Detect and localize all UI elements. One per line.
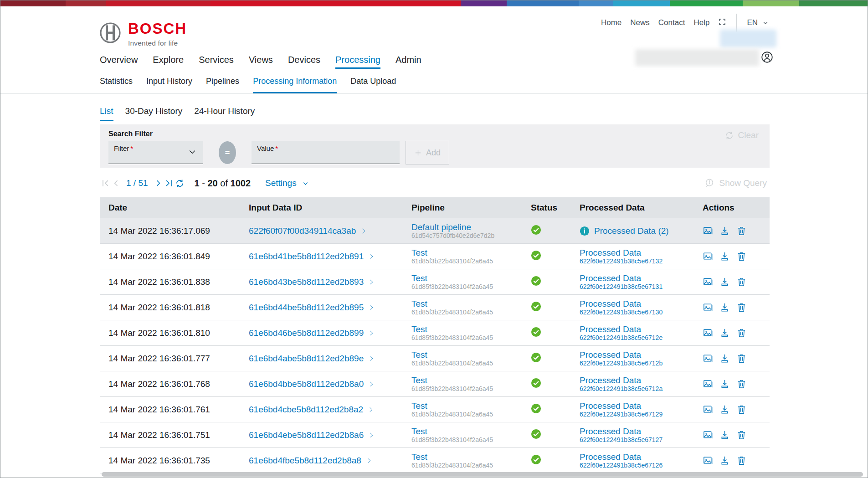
subnav-tab-pipelines[interactable]: Pipelines (206, 69, 239, 93)
input-data-id-link[interactable]: 61e6bd41be5b8d112ed2b891 (249, 252, 403, 262)
pipeline-link[interactable]: Test (411, 350, 522, 360)
link-help[interactable]: Help (693, 18, 709, 27)
last-page-icon[interactable] (164, 178, 175, 189)
processed-label[interactable]: Processed Data (580, 401, 694, 411)
pipeline-link[interactable]: Test (411, 273, 522, 283)
input-data-id-link[interactable]: 61e6bd4bbe5b8d112ed2b8a0 (249, 379, 403, 389)
reload-icon[interactable] (175, 178, 185, 189)
processed-label[interactable]: Processed Data (580, 350, 694, 360)
download-button[interactable] (719, 251, 730, 262)
download-button[interactable] (719, 455, 730, 466)
download-button[interactable] (719, 379, 730, 389)
link-news[interactable]: News (630, 18, 650, 27)
previous-page-icon[interactable] (111, 178, 122, 189)
processed-id[interactable]: 622f60e122491b38c5e6712b (580, 360, 694, 367)
view-tab-24-hour-history[interactable]: 24-Hour History (194, 106, 255, 121)
horizontal-scrollbar[interactable] (102, 472, 863, 477)
first-page-icon[interactable] (100, 178, 111, 189)
pipeline-link[interactable]: Test (411, 401, 522, 411)
processed-label[interactable]: Processed Data (580, 273, 694, 283)
view-image-button[interactable] (703, 277, 713, 287)
processed-id[interactable]: 622f60e122491b38c5e67126 (580, 462, 694, 469)
subnav-tab-input-history[interactable]: Input History (146, 69, 192, 93)
pipeline-link[interactable]: Default pipeline (411, 222, 522, 232)
link-home[interactable]: Home (601, 18, 621, 27)
input-data-id-link[interactable]: 61e6bd46be5b8d112ed2b899 (249, 328, 403, 338)
delete-button[interactable] (736, 226, 747, 236)
download-button[interactable] (719, 328, 730, 338)
input-data-id-link[interactable]: 61e6bd4ebe5b8d112ed2b8a6 (249, 430, 403, 440)
delete-button[interactable] (736, 277, 747, 287)
delete-button[interactable] (736, 328, 747, 338)
processed-label[interactable]: Processed Data (580, 248, 694, 257)
view-image-button[interactable] (703, 455, 713, 466)
settings-dropdown[interactable]: Settings (265, 178, 309, 188)
processed-label[interactable]: Processed Data (580, 299, 694, 308)
download-button[interactable] (719, 226, 730, 236)
input-data-id-link[interactable]: 61e6bd43be5b8d112ed2b893 (249, 277, 403, 287)
pipeline-link[interactable]: Test (411, 375, 522, 385)
language-selector[interactable]: EN (747, 18, 769, 27)
nav-tab-views[interactable]: Views (249, 55, 273, 65)
processed-label[interactable]: Processed Data (580, 324, 694, 334)
delete-button[interactable] (736, 251, 747, 262)
link-contact[interactable]: Contact (658, 18, 685, 27)
processed-id[interactable]: 622f60e122491b38c5e6712e (580, 334, 694, 342)
processed-id[interactable]: 622f60e122491b38c5e67132 (580, 257, 694, 265)
subnav-tab-statistics[interactable]: Statistics (100, 69, 133, 93)
nav-tab-processing[interactable]: Processing (335, 55, 380, 65)
view-image-button[interactable] (703, 404, 713, 415)
nav-tab-explore[interactable]: Explore (153, 55, 184, 65)
add-filter-button[interactable]: Add (406, 141, 449, 164)
view-tab-30-day-history[interactable]: 30-Day History (125, 106, 183, 121)
next-page-icon[interactable] (153, 178, 164, 189)
nav-tab-admin[interactable]: Admin (395, 55, 421, 65)
delete-button[interactable] (736, 353, 747, 364)
nav-tab-overview[interactable]: Overview (100, 55, 138, 65)
delete-button[interactable] (736, 455, 747, 466)
pipeline-link[interactable]: Test (411, 427, 522, 436)
download-button[interactable] (719, 353, 730, 364)
view-image-button[interactable] (703, 353, 713, 364)
filter-select[interactable]: Filter* (108, 141, 203, 164)
nav-tab-services[interactable]: Services (199, 55, 234, 65)
download-button[interactable] (719, 404, 730, 415)
value-input[interactable] (257, 152, 394, 162)
input-data-id-link[interactable]: 61e6bd4cbe5b8d112ed2b8a2 (249, 405, 403, 415)
processed-label[interactable]: Processed Data (580, 452, 694, 462)
view-image-button[interactable] (703, 328, 713, 338)
delete-button[interactable] (736, 404, 747, 415)
processed-label[interactable]: Processed Data (580, 375, 694, 385)
fullscreen-icon[interactable] (718, 18, 726, 28)
view-image-button[interactable] (703, 379, 713, 389)
user-account-icon[interactable] (761, 51, 773, 65)
download-button[interactable] (719, 430, 730, 440)
nav-tab-devices[interactable]: Devices (288, 55, 320, 65)
delete-button[interactable] (736, 379, 747, 389)
processed-label[interactable]: Processed Data (580, 427, 694, 436)
pipeline-link[interactable]: Test (411, 324, 522, 334)
pipeline-link[interactable]: Test (411, 452, 522, 462)
delete-button[interactable] (736, 430, 747, 440)
download-button[interactable] (719, 302, 730, 313)
processed-id[interactable]: 622f60e122491b38c5e67131 (580, 283, 694, 291)
view-tab-list[interactable]: List (100, 106, 113, 121)
view-image-button[interactable] (703, 251, 713, 262)
pipeline-link[interactable]: Test (411, 248, 522, 257)
input-data-id-link[interactable]: 61e6bd44be5b8d112ed2b895 (249, 303, 403, 313)
input-data-id-link[interactable]: 61e6bd4fbe5b8d112ed2b8a8 (249, 456, 403, 466)
subnav-tab-data-upload[interactable]: Data Upload (350, 69, 396, 93)
download-button[interactable] (719, 277, 730, 287)
clear-filter-button[interactable]: Clear (724, 130, 759, 140)
input-data-id-link[interactable]: 622f60f07f00d349114ca3ab (249, 226, 403, 236)
processed-id[interactable]: 622f60e122491b38c5e67130 (580, 308, 694, 316)
input-data-id-link[interactable]: 61e6bd4abe5b8d112ed2b89e (249, 354, 403, 364)
view-image-button[interactable] (703, 302, 713, 313)
delete-button[interactable] (736, 302, 747, 313)
processed-id[interactable]: 622f60e122491b38c5e67129 (580, 411, 694, 418)
processed-id[interactable]: 622f60e122491b38c5e67127 (580, 436, 694, 444)
view-image-button[interactable] (703, 226, 713, 236)
processed-id[interactable]: 622f60e122491b38c5e6712a (580, 385, 694, 393)
view-image-button[interactable] (703, 430, 713, 440)
value-field[interactable]: Value* (252, 141, 400, 164)
